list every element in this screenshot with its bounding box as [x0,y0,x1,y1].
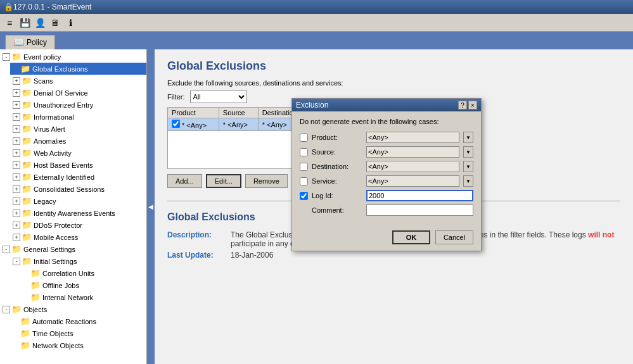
filter-select[interactable]: All [190,91,247,103]
sidebar-item-legacy[interactable]: + 📁 Legacy [10,195,146,207]
sidebar-item-ddos[interactable]: + 📁 DDoS Protector [10,219,146,231]
sidebar-item-identity-awareness[interactable]: + 📁 Identity Awareness Events [10,207,146,219]
expander-dos[interactable]: + [13,89,20,97]
service-dropdown-btn[interactable]: ▼ [463,175,473,187]
expander-scans[interactable]: + [13,77,20,85]
expander-host[interactable]: + [13,161,20,169]
save-button[interactable]: 💾 [18,16,32,30]
sidebar-item-host-based-events[interactable]: + 📁 Host Based Events [10,159,146,171]
modal-help-button[interactable]: ? [458,101,467,110]
product-dropdown-btn[interactable]: ▼ [463,132,473,143]
general-settings-children: - 📁 Initial Settings 📁 Correlation Units… [0,255,146,303]
edit-button[interactable]: Edit... [206,174,241,188]
sidebar-label-host: Host Based Events [34,161,93,169]
sidebar-item-internal-network[interactable]: 📁 Internal Network [20,291,146,303]
product-checkbox[interactable] [300,134,308,142]
user-button[interactable]: 👤 [33,16,47,30]
sidebar-item-externally-identified[interactable]: + 📁 Externally Identified [10,171,146,183]
expander-objects[interactable]: - [3,306,10,313]
expander-mobile[interactable]: + [13,234,20,241]
sidebar-label-network: Network Objects [32,342,84,349]
log-id-label: Log Id: [312,192,362,199]
sidebar-item-web-activity[interactable]: + 📁 Web Activity [10,147,146,159]
expander-web[interactable]: + [13,149,20,157]
expander-general[interactable]: - [3,246,10,253]
folder-icon-objects: 📁 [11,304,22,314]
expander-virus[interactable]: + [13,125,20,133]
sidebar-item-event-policy[interactable]: - 📁 Event policy [0,51,146,63]
sidebar-item-network-objects[interactable]: 📁 Network Objects [10,339,146,351]
folder-icon-identity: 📁 [22,208,32,218]
service-checkbox[interactable] [300,177,308,185]
modal-titlebar: Exclusion ? × [292,99,481,111]
expander-ext[interactable]: + [13,173,20,181]
expander-identity[interactable]: + [13,210,20,217]
row-checkbox[interactable] [172,120,180,128]
source-input[interactable] [366,146,459,158]
folder-icon-time: 📁 [20,329,30,338]
folder-icon-initial: 📁 [22,256,32,266]
source-dropdown-btn[interactable]: ▼ [463,146,473,158]
expander-unauth[interactable]: + [13,101,20,109]
sidebar-item-automatic-reactions[interactable]: 📁 Automatic Reactions [10,315,146,327]
expander-event-policy[interactable]: - [3,53,10,61]
destination-input[interactable] [366,161,459,172]
expander-cons[interactable]: + [13,185,20,193]
sidebar-item-virus-alert[interactable]: + 📁 Virus Alert [10,123,146,135]
filter-description: Exclude the following sources, destinati… [167,79,620,87]
sidebar-label-automatic: Automatic Reactions [32,318,96,325]
destination-dropdown-btn[interactable]: ▼ [463,161,473,172]
modal-body: Do not generate event in the following c… [292,111,481,225]
add-button[interactable]: Add... [167,174,202,188]
remove-button[interactable]: Remove [245,174,288,188]
sidebar-collapse-button[interactable]: ◀ [147,49,155,364]
sidebar-item-general-settings[interactable]: - 📁 General Settings [0,243,146,255]
destination-checkbox[interactable] [300,163,308,171]
folder-icon-dos: 📁 [22,88,32,97]
sidebar-item-time-objects[interactable]: 📁 Time Objects [10,327,146,339]
product-input[interactable] [366,132,459,143]
sidebar-item-objects[interactable]: - 📁 Objects [0,303,146,315]
tab-policy[interactable]: 📖 Policy [5,35,55,49]
destination-label: Destination: [312,163,362,170]
log-id-checkbox[interactable] [300,192,308,200]
filter-label: Filter: [167,93,185,101]
sidebar-item-initial-settings[interactable]: - 📁 Initial Settings [10,255,146,267]
comment-input[interactable] [366,204,473,216]
sidebar-item-anomalies[interactable]: + 📁 Anomalies [10,135,146,147]
computer-button[interactable]: 🖥 [48,16,62,30]
event-policy-children: 📁 Global Exclusions + 📁 Scans + 📁 Denial… [0,63,146,243]
title-bar-text: 127.0.0.1 - SmartEvent [13,3,91,11]
folder-icon-anomalies: 📁 [22,136,32,146]
folder-icon-cons: 📁 [22,184,32,194]
sidebar-item-informational[interactable]: + 📁 Informational [10,111,146,123]
sidebar-item-scans[interactable]: + 📁 Scans [10,75,146,87]
menu-button[interactable]: ≡ [3,16,16,30]
sidebar-item-denial-of-service[interactable]: + 📁 Denial Of Service [10,87,146,99]
sidebar-item-global-exclusions[interactable]: 📁 Global Exclusions [10,63,146,75]
source-checkbox[interactable] [300,148,308,156]
sidebar-label-initial-settings: Initial Settings [34,258,77,265]
sidebar-item-correlation-units[interactable]: 📁 Correlation Units [20,267,146,279]
log-id-input[interactable] [366,190,473,201]
expander-info[interactable]: + [13,113,20,121]
info-button[interactable]: ℹ [63,16,77,30]
expander-anomalies[interactable]: + [13,137,20,145]
expander-ddos[interactable]: + [13,222,20,229]
policy-tab-icon: 📖 [13,37,24,47]
expander-legacy[interactable]: + [13,198,20,205]
modal-ok-button[interactable]: OK [392,230,430,244]
sidebar-label-identity: Identity Awareness Events [34,210,115,217]
modal-field-source: Source: ▼ [300,146,473,158]
modal-footer: OK Cancel [292,225,481,251]
service-input[interactable] [366,175,459,187]
sidebar-item-offline-jobs[interactable]: 📁 Offline Jobs [20,279,146,291]
expander-initial[interactable]: - [13,258,20,265]
info-row-last-update: Last Update: 18-Jan-2006 [167,251,620,260]
description-highlight: will not [588,230,614,239]
sidebar-item-unauthorized-entry[interactable]: + 📁 Unauthorized Entry [10,99,146,111]
sidebar-item-consolidated-sessions[interactable]: + 📁 Consolidated Sessions [10,183,146,195]
sidebar-item-mobile-access[interactable]: + 📁 Mobile Access [10,231,146,243]
modal-close-button[interactable]: × [468,101,477,110]
modal-cancel-button[interactable]: Cancel [435,230,473,244]
